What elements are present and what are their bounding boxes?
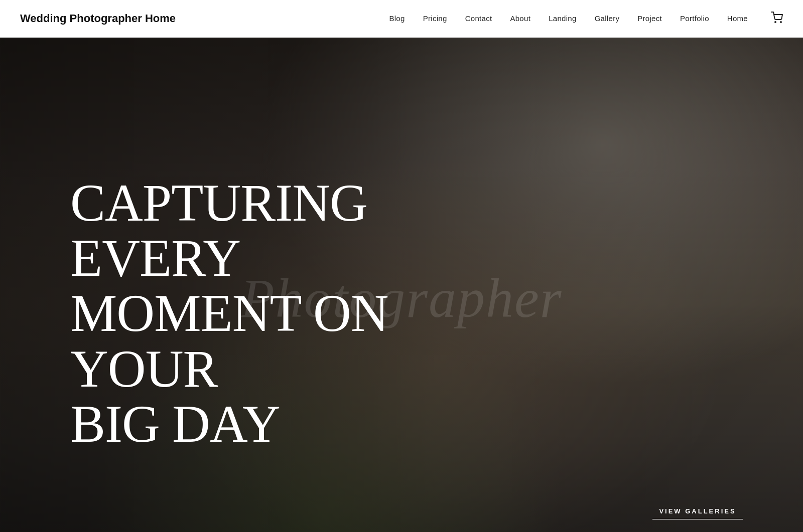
nav-link-contact[interactable]: Contact	[465, 14, 492, 23]
hero-content: CAPTURING EVERY MOMENT ON YOUR BIG DAY	[0, 155, 522, 452]
nav-item-blog[interactable]: Blog	[389, 14, 405, 23]
nav-link-pricing[interactable]: Pricing	[423, 14, 447, 23]
nav-link-portfolio[interactable]: Portfolio	[680, 14, 709, 23]
cta-underline	[652, 519, 743, 519]
navbar: Wedding Photographer Home Blog Pricing C…	[0, 0, 803, 38]
nav-link-about[interactable]: About	[510, 14, 530, 23]
nav-item-contact[interactable]: Contact	[465, 14, 492, 23]
nav-link-landing[interactable]: Landing	[549, 14, 577, 23]
nav-item-portfolio[interactable]: Portfolio	[680, 14, 709, 23]
view-galleries-label[interactable]: VIEW GALLERIES	[652, 507, 743, 515]
hero-headline-line2: MOMENT ON YOUR	[70, 284, 388, 398]
hero-headline-line3: BIG DAY	[70, 395, 280, 453]
svg-point-1	[780, 22, 781, 23]
cart-icon-wrapper[interactable]	[771, 12, 783, 26]
nav-item-pricing[interactable]: Pricing	[423, 14, 447, 23]
hero-headline-line1: CAPTURING EVERY	[70, 173, 367, 287]
hero-section: Photographer CAPTURING EVERY MOMENT ON Y…	[0, 38, 803, 532]
hero-headline: CAPTURING EVERY MOMENT ON YOUR BIG DAY	[70, 175, 522, 452]
site-brand[interactable]: Wedding Photographer Home	[20, 12, 176, 25]
nav-link-project[interactable]: Project	[637, 14, 662, 23]
nav-link-home[interactable]: Home	[727, 14, 748, 23]
nav-item-about[interactable]: About	[510, 14, 530, 23]
nav-links: Blog Pricing Contact About Landing Galle…	[389, 12, 783, 26]
cart-icon	[771, 12, 783, 24]
nav-link-blog[interactable]: Blog	[389, 14, 405, 23]
nav-link-gallery[interactable]: Gallery	[595, 14, 620, 23]
nav-item-home[interactable]: Home	[727, 14, 748, 23]
nav-item-gallery[interactable]: Gallery	[595, 14, 620, 23]
hero-cta-button[interactable]: VIEW GALLERIES	[652, 507, 743, 519]
svg-point-0	[775, 22, 776, 23]
nav-item-project[interactable]: Project	[637, 14, 662, 23]
nav-item-landing[interactable]: Landing	[549, 14, 577, 23]
